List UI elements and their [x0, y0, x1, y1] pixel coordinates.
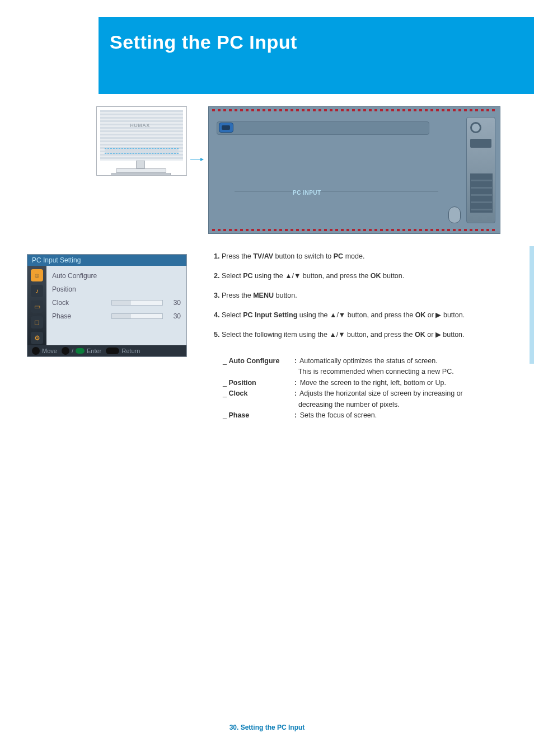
step-bold: OK [415, 331, 425, 339]
step-text: Select [219, 311, 243, 319]
diagram-top-border [212, 109, 496, 111]
def-auto-configure-2: This is recommended when connecting a ne… [223, 367, 505, 377]
osd-slider-fill [112, 314, 131, 318]
step-num: 3. [214, 292, 219, 299]
def-label: Auto Configure [228, 357, 279, 365]
def-colon: : [294, 411, 297, 419]
osd-item-label: Auto Configure [52, 272, 106, 280]
step-text: or ▶ button. [425, 311, 465, 319]
osd-item-label: Position [52, 285, 106, 293]
figure-row: HUMAX PC INPUT [96, 106, 505, 235]
def-text: Move the screen to the right, left, bott… [300, 379, 446, 387]
step-4: 4. Select PC Input Setting using the ▲/▼… [214, 311, 505, 320]
def-desc: decreasing the number of pixels. [294, 400, 505, 410]
mouse-icon [448, 206, 461, 223]
step-bold: PC [334, 252, 343, 260]
osd-body: Auto Configure Position Clock 30 Phase 3… [46, 266, 186, 345]
pc-tower-illustration [466, 117, 495, 223]
def-term: _ Position [223, 378, 294, 388]
connection-diagram: PC INPUT [208, 106, 500, 234]
def-prefix: _ [223, 389, 228, 397]
cable-icon [232, 135, 302, 189]
right-accent-strip [530, 246, 534, 364]
step-bold: OK [415, 311, 426, 319]
def-prefix: _ [223, 379, 228, 387]
step-text: using the ▲/▼ button, and press the [297, 311, 415, 319]
pc-tower-fan-icon [470, 122, 481, 133]
back-icon [106, 348, 119, 354]
def-text: Sets the focus of screen. [300, 411, 377, 419]
def-term: _ Clock [223, 388, 294, 399]
step-num: 4. [214, 311, 219, 319]
monitor-stand-foot [111, 173, 171, 175]
def-label: Phase [228, 411, 249, 419]
step-text: button. [274, 292, 297, 299]
def-clock: _ Clock : Adjusts the horizontal size of… [223, 388, 505, 399]
page: Setting the PC Input HUMAX PC INPUT [0, 0, 534, 756]
step-text: mode. [343, 252, 364, 260]
def-phase: _ Phase : Sets the focus of screen. [223, 410, 505, 421]
header-banner [99, 17, 534, 94]
pc-tower-slots-icon [470, 173, 493, 213]
def-text: decreasing the number of pixels. [298, 401, 400, 408]
osd-tab-picture-icon: ☼ [31, 269, 43, 281]
def-position: _ Position : Move the screen to the righ… [223, 378, 505, 388]
def-text: This is recommended when connecting a ne… [298, 368, 454, 375]
pc-tower-ports-icon [470, 139, 491, 148]
def-colon: : [294, 357, 297, 365]
def-desc: This is recommended when connecting a ne… [294, 367, 505, 377]
def-desc: : Sets the focus of screen. [294, 410, 505, 421]
step-num: 2. [214, 272, 219, 280]
def-text: Automatically optimizes the status of sc… [299, 357, 438, 365]
osd-slider-phase [111, 313, 163, 319]
def-colon: : [294, 389, 297, 397]
def-label: Clock [228, 389, 247, 397]
step-text: Press the [219, 252, 253, 260]
osd-return-hint: Return [106, 348, 140, 354]
step-text: button. [381, 272, 405, 280]
step-bold: OK [371, 272, 381, 280]
def-label: Position [228, 379, 256, 387]
osd-footer-bar: Move /Enter Return [27, 345, 186, 356]
page-title: Setting the PC Input [110, 31, 297, 53]
def-prefix: _ [223, 357, 228, 365]
instruction-steps: 1. Press the TV/AV button to switch to P… [214, 252, 505, 349]
cable-line-icon [235, 191, 438, 191]
osd-slider-fill [112, 300, 131, 305]
def-clock-2: decreasing the number of pixels. [223, 400, 505, 410]
osd-move-hint: Move [32, 347, 57, 355]
step-text: Press the [219, 292, 253, 299]
monitor-screen: HUMAX [100, 110, 183, 161]
page-header: Setting the PC Input [0, 0, 534, 94]
osd-return-text: Return [121, 348, 140, 354]
monitor-illustration: HUMAX [96, 106, 187, 176]
osd-value-clock: 30 [168, 299, 181, 307]
osd-slider-clock [111, 300, 163, 306]
def-term-empty [223, 367, 294, 377]
step-num: 1. [214, 252, 219, 260]
osd-enter-text: Enter [87, 348, 101, 354]
arrow-right-icon [190, 159, 200, 159]
osd-tab-sound-icon: ♪ [31, 285, 43, 297]
io-panel [217, 121, 429, 135]
step-text: using the ▲/▼ button, and press the [253, 272, 371, 280]
step-text: Select the following item using the ▲/▼ … [219, 331, 415, 339]
osd-item-label: Clock [52, 299, 106, 307]
pc-input-label: PC INPUT [293, 190, 321, 196]
osd-item-clock: Clock 30 [52, 296, 181, 309]
osd-item-label: Phase [52, 312, 106, 320]
step-2: 2. Select PC using the ▲/▼ button, and p… [214, 271, 505, 281]
osd-title: PC Input Setting [27, 255, 186, 266]
monitor-stand-neck [136, 161, 145, 168]
step-text: Select [219, 272, 243, 280]
step-bold: TV/AV [253, 252, 273, 260]
step-1: 1. Press the TV/AV button to switch to P… [214, 252, 505, 261]
osd-item-auto-configure: Auto Configure [52, 269, 181, 283]
page-footer: 30. Setting the PC Input [0, 724, 534, 731]
def-auto-configure: _ Auto Configure : Automatically optimiz… [223, 356, 505, 367]
osd-value-phase: 30 [168, 312, 181, 320]
monitor-logo: HUMAX [130, 123, 150, 128]
ok-icon [76, 348, 85, 354]
osd-tab-pip-icon: ◻ [31, 316, 43, 328]
right-icon [62, 347, 69, 355]
